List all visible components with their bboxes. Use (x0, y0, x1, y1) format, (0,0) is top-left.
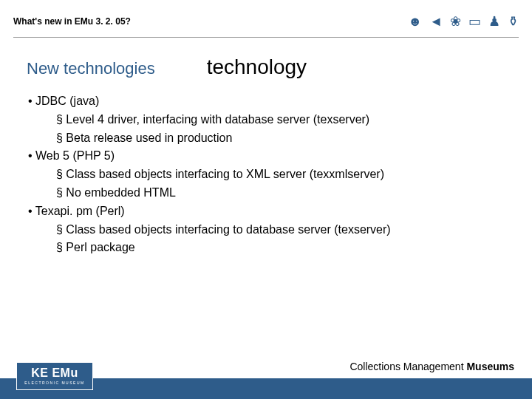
slide-subtitle: New technologies (27, 59, 155, 78)
list-item: JDBC (java) (21, 92, 505, 111)
footer-text: Collections Management Museums (349, 361, 514, 372)
slide-footer: Collections Management Museums KE EMu EL… (0, 353, 532, 399)
header-title: What's new in EMu 3. 2. 05? (13, 16, 131, 27)
slide-title: technology (207, 55, 307, 79)
footer-text-strong: Museums (466, 361, 514, 372)
fish-icon: ◄ (429, 15, 443, 28)
list-item: Class based objects interfacing to XML s… (21, 166, 505, 184)
list-item: Perl package (21, 239, 505, 257)
list-item: Class based objects interfacing to datab… (21, 221, 505, 239)
list-item: Level 4 driver, interfacing with databas… (21, 111, 505, 129)
vase-icon: ♟ (488, 15, 500, 28)
logo-main: KE EMu (31, 367, 78, 379)
slide-header: What's new in EMu 3. 2. 05? ☻ ◄ ❀ ▭ ♟ ⚱ (0, 0, 532, 37)
footer-text-prefix: Collections Management (349, 361, 466, 372)
list-item: Web 5 (PHP 5) (21, 147, 505, 166)
mask-icon: ☻ (408, 15, 422, 28)
logo-sub: ELECTRONIC MUSEUM (24, 381, 84, 385)
title-row: New technologies technology (0, 38, 532, 92)
logo: KE EMu ELECTRONIC MUSEUM (16, 362, 93, 390)
header-icon-strip: ☻ ◄ ❀ ▭ ♟ ⚱ (408, 15, 519, 28)
list-item: Texapi. pm (Perl) (21, 202, 505, 221)
list-item: Beta release used in production (21, 129, 505, 148)
frame-icon: ▭ (468, 15, 481, 28)
shell-icon: ❀ (450, 15, 461, 28)
urn-icon: ⚱ (508, 15, 519, 28)
slide-content: JDBC (java) Level 4 driver, interfacing … (0, 92, 532, 257)
list-item: No embedded HTML (21, 184, 505, 202)
